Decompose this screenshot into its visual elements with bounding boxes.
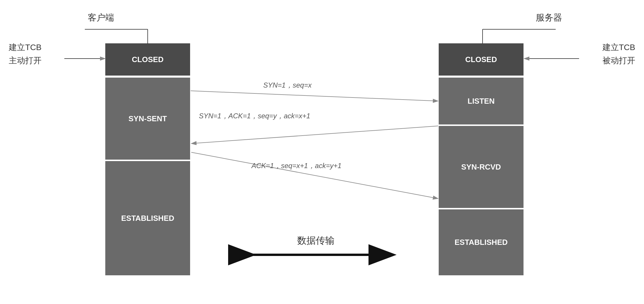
- server-header: 服务器: [536, 12, 562, 24]
- syn-ack-label: SYN=1，ACK=1，seq=y，ack=x+1: [199, 111, 310, 121]
- svg-line-11: [191, 126, 438, 144]
- client-tcb-label: 建立TCB 主动打开: [9, 41, 42, 67]
- client-established-box: ESTABLISHED: [105, 161, 190, 275]
- client-header: 客户端: [88, 12, 114, 24]
- client-syn-sent-box: SYN-SENT: [105, 78, 190, 160]
- server-syn-rcvd-box: SYN-RCVD: [439, 126, 524, 208]
- ack-label: ACK=1，seq=x+1，ack=y+1: [252, 161, 342, 170]
- diagram-container: 客户端 服务器 建立TCB 主动打开 建立TCB 被动打开 CLOSED SYN…: [0, 0, 644, 304]
- data-transfer-label: 数据传输: [205, 234, 427, 247]
- diagram-svg: [0, 0, 644, 304]
- server-listen-box: LISTEN: [439, 78, 524, 124]
- server-tcb-label: 建立TCB 被动打开: [602, 41, 635, 67]
- svg-line-10: [191, 91, 438, 101]
- svg-line-12: [191, 152, 438, 199]
- syn-label: SYN=1，seq=x: [263, 81, 311, 90]
- server-closed-box: CLOSED: [439, 43, 524, 76]
- server-established-box: ESTABLISHED: [439, 209, 524, 275]
- client-closed-box: CLOSED: [105, 43, 190, 76]
